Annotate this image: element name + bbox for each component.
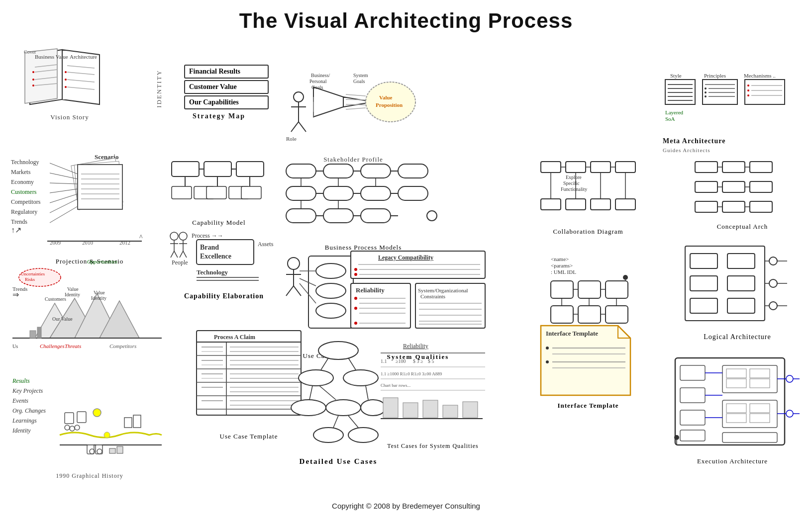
test-cases-diagram: Reliability 1.1 ≥100 $ 3 ≥ $ 5 1.1 ≥1000…: [378, 338, 488, 438]
svg-line-86: [50, 189, 78, 193]
svg-rect-107: [241, 186, 261, 199]
identity-text: IDENTITY: [155, 70, 163, 108]
collab-diagram-label: Collaboration Diagram: [538, 228, 638, 236]
cap-elab-label: Capability Elaboration: [169, 292, 279, 300]
meta-arch-section: Style Principles Mechanisms .. Layered S…: [663, 70, 792, 154]
svg-rect-300: [109, 448, 115, 453]
svg-rect-166: [615, 199, 635, 210]
svg-text:Learnings: Learnings: [12, 417, 37, 424]
svg-point-236: [354, 322, 357, 325]
svg-text:Competitors: Competitors: [11, 198, 41, 205]
strategy-item-1: Financial Results: [184, 65, 269, 79]
svg-rect-95: [172, 162, 199, 176]
svg-line-20: [291, 122, 299, 132]
test-cases-label: Test Cases for System Qualities: [378, 442, 488, 450]
svg-text:: UML IDL: : UML IDL: [551, 269, 576, 275]
svg-text:Reliability: Reliability: [356, 286, 385, 294]
meta-arch-label: Meta Architecture: [663, 137, 726, 145]
svg-point-209: [288, 258, 300, 269]
svg-rect-178: [722, 201, 745, 212]
svg-rect-174: [695, 181, 717, 192]
graphical-history-section: Results Key Projects Events Org. Changes…: [10, 368, 169, 480]
svg-rect-369: [680, 365, 705, 380]
svg-text:<params>: <params>: [551, 262, 573, 268]
svg-rect-55: [745, 80, 785, 104]
page-title: The Visual Architecting Process: [0, 0, 812, 33]
svg-text:Chart bar rows...: Chart bar rows...: [381, 383, 410, 388]
svg-point-340: [313, 428, 343, 442]
svg-text:Role: Role: [286, 136, 297, 142]
svg-rect-165: [591, 199, 610, 210]
svg-text:Specific: Specific: [563, 180, 580, 186]
svg-rect-288: [77, 412, 86, 423]
svg-text:Style: Style: [670, 73, 682, 79]
svg-text:⇒: ⇒: [12, 290, 19, 299]
diagram-area: Business Value Architecture Cover Vision…: [0, 40, 812, 525]
conceptual-arch-diagram: [693, 159, 792, 219]
system-qualities-diagram: Legacy Compatibility Reliability System/…: [348, 249, 488, 348]
svg-text:Excellence: Excellence: [200, 253, 231, 260]
svg-text:$ 3 ≥: $ 3 ≥: [413, 358, 423, 364]
svg-point-272: [769, 279, 777, 287]
strategy-wrapper: IDENTITY Financial Results Customer Valu…: [169, 65, 269, 109]
capability-model-diagram: [169, 159, 269, 214]
svg-rect-157: [566, 162, 586, 173]
svg-text:<name>: <name>: [551, 256, 569, 262]
svg-text:Opportunities: Opportunities: [87, 259, 117, 264]
svg-text:Process →→: Process →→: [192, 232, 223, 239]
svg-point-388: [786, 410, 793, 417]
svg-line-111: [171, 251, 174, 258]
logical-arch-diagram: [683, 244, 792, 328]
interface-template-section: Interface Template Interface Template: [538, 323, 638, 410]
svg-text:System: System: [353, 73, 368, 78]
svg-point-48: [705, 88, 707, 89]
svg-text:Challenges: Challenges: [40, 343, 65, 349]
svg-rect-302: [197, 331, 301, 415]
svg-point-17: [294, 92, 304, 102]
svg-point-330: [299, 370, 333, 386]
svg-point-224: [354, 268, 357, 271]
capability-model-label: Capability Model: [169, 219, 269, 227]
svg-rect-136: [323, 186, 353, 200]
svg-text:Assets: Assets: [258, 241, 274, 248]
svg-line-21: [299, 122, 306, 132]
collab-diagram-section: Explore Specific Functionality Collabora…: [538, 159, 638, 236]
svg-point-289: [65, 425, 70, 430]
svg-line-116: [180, 251, 183, 258]
strategy-item-3: Our Capabilities: [184, 95, 269, 109]
svg-point-230: [354, 297, 357, 300]
svg-rect-138: [361, 186, 391, 200]
svg-point-273: [769, 302, 777, 310]
svg-rect-198: [37, 327, 41, 338]
svg-rect-145: [361, 209, 391, 223]
svg-rect-158: [591, 162, 610, 173]
exec-arch-diagram: [673, 353, 802, 452]
interface-template-label: Interface Template: [538, 402, 638, 410]
svg-rect-179: [750, 201, 772, 212]
svg-line-339: [366, 386, 368, 400]
svg-rect-164: [566, 199, 586, 210]
svg-text:Threats: Threats: [65, 343, 81, 349]
svg-text:2012: 2012: [119, 240, 130, 246]
svg-text:Brand: Brand: [200, 244, 219, 251]
svg-text:Layered: Layered: [665, 109, 684, 115]
svg-point-1: [32, 71, 34, 73]
svg-text:Markets: Markets: [11, 169, 31, 175]
svg-rect-97: [236, 162, 264, 176]
svg-text:Proposition: Proposition: [376, 102, 403, 108]
svg-rect-371: [680, 410, 705, 425]
svg-line-343: [348, 416, 358, 428]
svg-point-335: [326, 400, 361, 416]
logical-arch-section: Logical Architecture: [683, 244, 792, 341]
svg-text:Value: Value: [67, 286, 79, 292]
svg-text:Personal: Personal: [309, 79, 327, 84]
logical-arch-label: Logical Architecture: [683, 333, 792, 341]
svg-rect-355: [383, 398, 398, 418]
svg-rect-156: [541, 162, 561, 173]
svg-text:Org. Changes: Org. Changes: [12, 407, 46, 414]
svg-rect-103: [172, 186, 192, 199]
svg-line-117: [183, 251, 187, 258]
svg-rect-357: [423, 400, 438, 418]
svg-rect-159: [615, 162, 635, 173]
svg-text:Legacy Compatibility: Legacy Compatibility: [378, 254, 433, 261]
